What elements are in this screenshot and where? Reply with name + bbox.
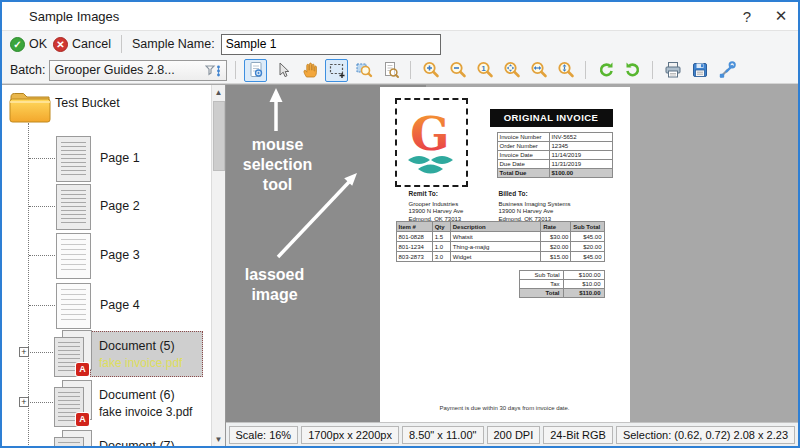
- item-cell: Widget: [450, 252, 540, 262]
- zoom-fit-height-icon: [556, 60, 576, 80]
- items-header: Qty: [432, 222, 450, 232]
- rotate-left-button[interactable]: [594, 59, 617, 82]
- items-header: Rate: [541, 222, 571, 232]
- tree-stub: [30, 352, 55, 353]
- tree-item-page-4[interactable]: Page 4: [100, 298, 140, 312]
- sample-name-label: Sample Name:: [132, 37, 215, 51]
- pdf-icon: A: [76, 363, 89, 376]
- tree-item-page-1[interactable]: Page 1: [100, 151, 140, 165]
- save-button[interactable]: [688, 59, 711, 82]
- viewer-canvas[interactable]: G ORIGINAL INVOICE Invoice Number INV-56…: [226, 85, 799, 422]
- pointer-tool-button[interactable]: [271, 59, 294, 82]
- marquee-selection-button[interactable]: [325, 59, 348, 82]
- cancel-x-icon: ✕: [53, 37, 68, 52]
- tree-item-document-6[interactable]: Document (6): [99, 388, 175, 402]
- items-header: Description: [450, 222, 540, 232]
- billed-to-heading: Billed To:: [499, 190, 571, 198]
- help-button[interactable]: ?: [730, 3, 764, 29]
- remit-to-line: 13900 N Harvey Ave: [409, 208, 464, 216]
- item-cell: 801-1234: [396, 242, 432, 252]
- remit-to-heading: Remit To:: [409, 190, 464, 198]
- page-3-thumbnail[interactable]: [56, 233, 91, 279]
- window-controls: ? ✕: [730, 3, 798, 29]
- tree-item-document-5[interactable]: Document (5): [99, 339, 175, 353]
- zoom-selection-button[interactable]: [352, 59, 375, 82]
- batch-combobox[interactable]: Grooper Guides 2.8...: [49, 60, 227, 81]
- document-6-thumbnail[interactable]: A: [54, 380, 94, 428]
- document-preview[interactable]: G ORIGINAL INVOICE Invoice Number INV-56…: [380, 87, 630, 422]
- document-5-filename: fake invoice.pdf: [99, 356, 182, 370]
- lasso-selection[interactable]: G: [395, 98, 468, 187]
- page-1-thumbnail[interactable]: [56, 136, 91, 182]
- tree-stub: [29, 206, 55, 207]
- selected-item-highlight: [90, 331, 203, 377]
- tree-scrollbar[interactable]: ▲ ▼: [211, 85, 225, 446]
- scroll-down-arrow[interactable]: ▼: [212, 432, 226, 446]
- zoom-fit-width-icon: [529, 60, 549, 80]
- batch-toolbar: Batch: Grooper Guides 2.8...: [2, 57, 798, 84]
- pdf-icon: A: [76, 413, 89, 426]
- annotation-line: mouse: [230, 135, 326, 155]
- rotate-right-icon: [623, 60, 643, 80]
- document-7-thumbnail[interactable]: [54, 430, 94, 446]
- print-button[interactable]: [661, 59, 684, 82]
- item-cell: $20.00: [541, 242, 571, 252]
- tree-stub: [29, 255, 55, 256]
- page-2-thumbnail[interactable]: [56, 184, 91, 230]
- page-4-thumbnail[interactable]: [56, 283, 91, 329]
- expand-toggle-doc-6[interactable]: +: [19, 397, 29, 407]
- zoom-fit-width-button[interactable]: [527, 59, 550, 82]
- thumbnail-text-lines: [61, 289, 86, 323]
- separator: [585, 61, 586, 79]
- zoom-actual-size-button[interactable]: 1: [473, 59, 496, 82]
- svg-text:1: 1: [481, 64, 486, 73]
- window-title: Sample Images: [29, 9, 119, 24]
- tree-item-page-3[interactable]: Page 3: [100, 248, 140, 262]
- image-settings-button[interactable]: [715, 59, 738, 82]
- tree-item-document-7[interactable]: Document (7): [99, 439, 175, 446]
- zoom-out-button[interactable]: [446, 59, 469, 82]
- rotate-right-button[interactable]: [621, 59, 644, 82]
- batch-label: Batch:: [10, 63, 45, 77]
- tree-item-page-2[interactable]: Page 2: [100, 199, 140, 213]
- invoice-items-table: Item # Qty Description Rate Sub Total 80…: [396, 221, 605, 262]
- item-cell: 801-0828: [396, 232, 432, 242]
- tree-stub: [29, 305, 55, 306]
- zoom-fit-height-button[interactable]: [554, 59, 577, 82]
- status-color-depth: 24-Bit RGB: [543, 426, 613, 444]
- total-label: Total: [519, 289, 563, 298]
- scrollbar-thumb[interactable]: [213, 101, 225, 171]
- page-zoom-button[interactable]: [379, 59, 402, 82]
- billed-to-line: Business Imaging Systems: [499, 201, 571, 209]
- remit-to-line: Grooper Industries: [409, 201, 464, 209]
- document-5-thumbnail[interactable]: A: [54, 330, 94, 378]
- meta-label: Order Number: [497, 142, 549, 151]
- separator: [410, 61, 411, 79]
- zoom-fit-page-button[interactable]: [500, 59, 523, 82]
- document-6-filename: fake invoice 3.pdf: [99, 405, 192, 419]
- status-selection-coords: Selection: (0.62, 0.72) 2.08 x 2.23: [616, 426, 795, 444]
- batch-filter-icon: [205, 63, 222, 78]
- item-cell: Whatsit: [450, 232, 540, 242]
- stacked-page: [54, 437, 84, 446]
- scroll-up-arrow[interactable]: ▲: [212, 85, 226, 100]
- ok-button[interactable]: ✓ OK: [10, 37, 47, 52]
- page-view-button[interactable]: [244, 59, 267, 82]
- zoom-actual-size-icon: 1: [475, 60, 495, 80]
- cancel-button[interactable]: ✕ Cancel: [53, 37, 111, 52]
- root-folder-label: Test Bucket: [55, 96, 120, 110]
- tools-wrench-icon: [717, 60, 737, 80]
- folder-icon: [8, 88, 52, 125]
- lassoed-image-annotation: lassoed image: [227, 265, 323, 305]
- root-folder-item[interactable]: [8, 88, 52, 129]
- pan-hand-button[interactable]: [298, 59, 321, 82]
- close-button[interactable]: ✕: [764, 3, 798, 29]
- zoom-in-button[interactable]: [419, 59, 442, 82]
- item-cell: $45.00: [571, 252, 604, 262]
- invoice-footer-note: Payment is due within 30 days from invoi…: [380, 405, 630, 411]
- svg-text:G: G: [410, 107, 449, 161]
- meta-value: $100.00: [549, 169, 612, 178]
- expand-toggle-doc-5[interactable]: +: [19, 347, 29, 357]
- sample-name-input[interactable]: [221, 34, 441, 55]
- meta-label: Invoice Number: [497, 133, 549, 142]
